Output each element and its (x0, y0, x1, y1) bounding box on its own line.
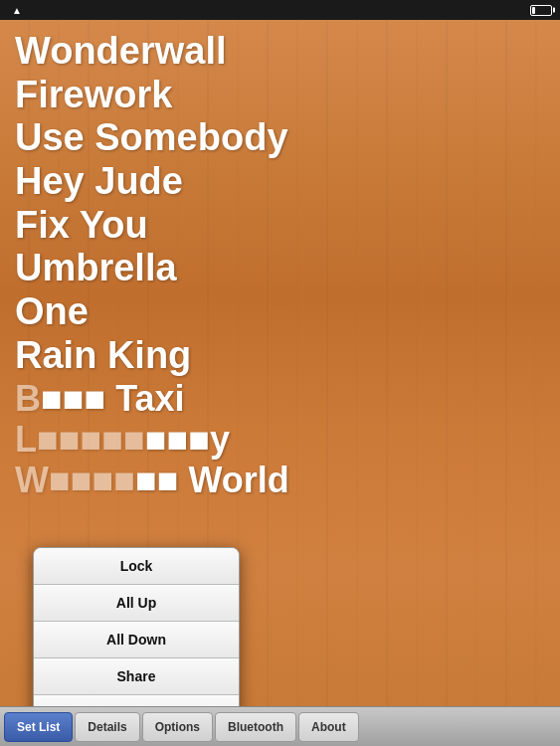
song-item[interactable]: Umbrella (15, 247, 545, 290)
song-item[interactable]: Use Somebody (15, 116, 545, 160)
song-item[interactable]: W■■■■■■ World (15, 460, 545, 500)
all-down-button[interactable]: All Down (34, 622, 239, 658)
song-item[interactable]: B​■■■ Taxi (15, 378, 545, 419)
clear-all-button[interactable]: Clear All (34, 695, 239, 706)
song-item[interactable]: L■■■■■■■■y (15, 419, 545, 460)
popup-menu: Lock All Up All Down Share Clear All (33, 547, 240, 706)
song-item[interactable]: Fix You (15, 204, 545, 248)
song-item[interactable]: Rain King (15, 334, 545, 378)
battery-icon (530, 5, 552, 16)
all-up-button[interactable]: All Up (34, 585, 239, 622)
song-item[interactable]: Firework (15, 74, 545, 117)
main-content: Wonderwall Firework Use Somebody Hey Jud… (0, 20, 560, 706)
tab-bluetooth[interactable]: Bluetooth (215, 712, 296, 742)
song-item[interactable]: Hey Jude (15, 160, 545, 204)
tab-details[interactable]: Details (75, 712, 139, 742)
song-item[interactable]: One (15, 290, 545, 334)
wifi-icon: ▲ (12, 5, 22, 16)
tab-about[interactable]: About (298, 712, 359, 742)
song-item[interactable]: Wonderwall (15, 30, 545, 74)
tab-options[interactable]: Options (142, 712, 213, 742)
tab-set-list[interactable]: Set List (4, 712, 73, 742)
song-list: Wonderwall Firework Use Somebody Hey Jud… (0, 20, 560, 511)
tab-bar: Set List Details Options Bluetooth About (0, 706, 560, 746)
share-button[interactable]: Share (34, 658, 239, 695)
lock-button[interactable]: Lock (34, 548, 239, 585)
status-bar: ▲ (0, 0, 560, 20)
